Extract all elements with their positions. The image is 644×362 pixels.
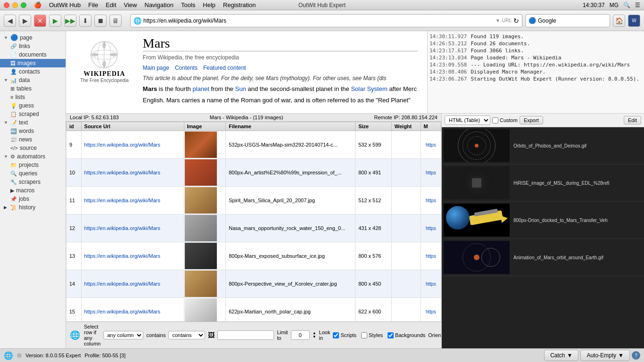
cell-filename: Nasa_mars_opportunity_rock_water_150_eng… <box>226 214 355 242</box>
autoempty-button[interactable]: Auto-Empty ▼ <box>580 350 630 361</box>
url-dropdown-icon[interactable]: ▼ <box>495 18 500 23</box>
menu-help[interactable]: Help <box>203 1 215 8</box>
stop-button[interactable]: ✕ <box>34 15 46 27</box>
sidebar-item-source[interactable]: </> source <box>0 144 66 152</box>
play-all-button[interactable]: ▶▶ <box>64 15 76 27</box>
menu-navigation[interactable]: Navigation <box>145 1 173 8</box>
custom-checkbox-label[interactable]: Custom <box>492 117 518 123</box>
export-button[interactable]: Export <box>520 116 543 124</box>
home-button[interactable]: 🏠 <box>613 15 625 27</box>
back-button[interactable]: ◀ <box>4 15 16 27</box>
menu-file[interactable]: File <box>88 1 98 8</box>
sidebar-item-text[interactable]: ▼ 📝 text <box>0 118 66 127</box>
outwit-button[interactable]: W <box>628 15 640 27</box>
data-table-wrapper[interactable]: id Source Url Image Filename Size Weight… <box>66 122 441 321</box>
menu-icon[interactable]: ☰ <box>635 2 640 8</box>
cell-filename: Spirit_Mars_Silica_April_20_2007.jpg <box>226 187 355 214</box>
refresh-icon[interactable]: ↻ <box>513 17 519 25</box>
sidebar-item-scraped[interactable]: 📋 scraped <box>0 110 66 118</box>
sidebar-item-automators[interactable]: ▼ ⚙ automators <box>0 152 66 161</box>
sidebar-item-contacts[interactable]: 👤 contacts <box>0 67 66 76</box>
sidebar-item-macros[interactable]: ▶ macros <box>0 186 66 195</box>
table-row[interactable]: 9 https://en.wikipedia.org/wiki/Mars 532… <box>66 131 441 159</box>
sidebar-item-images[interactable]: 🖼 images <box>0 59 66 67</box>
cell-source: https://en.wikipedia.org/wiki/Mars <box>81 270 184 298</box>
forward-button[interactable]: ▶ <box>19 15 31 27</box>
filter-controls: Select row if any column any column File… <box>84 324 441 346</box>
traffic-lights[interactable] <box>4 2 26 8</box>
checkbox-styles-label[interactable]: Styles <box>361 332 383 338</box>
limit-input[interactable] <box>291 330 310 340</box>
search-input[interactable] <box>538 17 599 24</box>
menu-registration[interactable]: Registration <box>223 1 256 8</box>
wiki-link-planet[interactable]: planet <box>192 85 209 92</box>
url-input[interactable] <box>143 17 494 24</box>
catch-dropdown-icon[interactable]: ▼ <box>567 352 573 359</box>
wiki-tagline: From Wikipedia, the free encyclopedia <box>143 54 418 61</box>
table-row[interactable]: 11 https://en.wikipedia.org/wiki/Mars Sp… <box>66 187 441 214</box>
download-button[interactable]: ⬇ <box>79 15 91 27</box>
stop-all-button[interactable]: ⏹ <box>94 15 107 27</box>
table-row[interactable]: 10 https://en.wikipedia.org/wiki/Mars 80… <box>66 159 441 187</box>
help-icon[interactable]: ? <box>632 351 640 360</box>
table-row[interactable]: 12 https://en.wikipedia.org/wiki/Mars Na… <box>66 214 441 242</box>
wiki-italic-text: This article is about the planet. For th… <box>143 75 418 82</box>
close-button[interactable] <box>4 2 9 8</box>
maximize-button[interactable] <box>21 2 26 8</box>
sidebar-item-history[interactable]: ▶ 📜 history <box>0 203 66 212</box>
log-time: 14:23:17.617 <box>429 48 467 54</box>
filter-button[interactable]: 🖥 <box>109 15 122 27</box>
wiki-link-contents[interactable]: Contents <box>175 65 198 71</box>
sidebar-item-guess[interactable]: 💡 guess <box>0 101 66 110</box>
filter-condition-select[interactable]: contains starts with ends with equals <box>168 331 205 339</box>
wiki-link-featured[interactable]: Featured content <box>203 65 246 71</box>
limit-stepper[interactable]: ▲▼ <box>313 331 316 339</box>
table-row[interactable]: 14 https://en.wikipedia.org/wiki/Mars 80… <box>66 270 441 298</box>
minimize-button[interactable] <box>12 2 18 8</box>
table-row[interactable]: 13 https://en.wikipedia.org/wiki/Mars 80… <box>66 242 441 270</box>
log-time: 14:30:11.927 <box>429 33 467 40</box>
sidebar-item-jobs[interactable]: 📌 jobs <box>0 195 66 203</box>
checkbox-scripts-label[interactable]: Scripts <box>333 332 356 338</box>
menu-view[interactable]: View <box>124 1 137 8</box>
format-select[interactable]: HTML (Table) CSV JSON XML <box>445 115 490 125</box>
search-icon[interactable]: 🔍 <box>623 2 630 8</box>
sidebar-item-tables[interactable]: ⊞ tables <box>0 84 66 93</box>
menu-apple[interactable]: 🍎 <box>34 1 41 8</box>
preview-images[interactable]: Orbits_of_Phobos_and_Deimos.gif HiRISE_i… <box>442 127 644 348</box>
autoempty-dropdown-icon[interactable]: ▼ <box>618 352 624 359</box>
browser-pane[interactable]: WIKIPEDIA The Free Encyclopedia Mars Fro… <box>66 31 427 113</box>
sidebar-item-lists[interactable]: ≡ lists <box>0 93 66 101</box>
sidebar-item-words[interactable]: 🔤 words <box>0 127 66 135</box>
sidebar-item-projects[interactable]: 📁 projects <box>0 161 66 169</box>
filter-text-input[interactable] <box>217 330 274 340</box>
sidebar-item-news[interactable]: 📰 news <box>0 135 66 144</box>
sidebar-item-data[interactable]: ▼ 📊 data <box>0 76 66 84</box>
wiki-link-solarsystem[interactable]: Solar System <box>351 85 387 92</box>
checkbox-backgrounds-label[interactable]: Backgrounds <box>388 332 425 338</box>
play-button[interactable]: ▶ <box>49 15 61 27</box>
sidebar-item-page[interactable]: ▼ 🔵 page <box>0 33 66 42</box>
edit-button[interactable]: Edit <box>624 116 641 124</box>
table-row[interactable]: 15 https://en.wikipedia.org/wiki/Mars 62… <box>66 298 441 322</box>
checkbox-backgrounds[interactable] <box>388 332 394 338</box>
sidebar-item-queries[interactable]: 🔍 queries <box>0 169 66 178</box>
preview-image-row[interactable]: Animation_of_Mars_orbit_around_Earth.gif <box>442 239 644 276</box>
data-icon: 📊 <box>10 77 17 83</box>
sidebar-item-scrapers[interactable]: 🔧 scrapers <box>0 178 66 186</box>
sidebar-item-documents[interactable]: 📄 documents <box>0 50 66 59</box>
menu-tools[interactable]: Tools <box>181 1 195 8</box>
preview-image-row[interactable]: Orbits_of_Phobos_and_Deimos.gif <box>442 127 644 165</box>
preview-image-row[interactable]: HiRISE_image_of_MSL_during_EDL_%28refi <box>442 165 644 202</box>
checkbox-scripts[interactable] <box>333 332 339 338</box>
preview-image-row[interactable]: 800px-Orion_docked_to_Mars_Transfer_Veh <box>442 202 644 239</box>
checkbox-styles[interactable] <box>361 332 367 338</box>
filter-column-select[interactable]: any column Filename Source Url Size <box>103 331 143 339</box>
catch-button[interactable]: Catch ▼ <box>544 350 578 361</box>
menu-outwit[interactable]: OutWit Hub <box>49 1 81 8</box>
menu-edit[interactable]: Edit <box>106 1 116 8</box>
sidebar-item-links[interactable]: 🔗 links <box>0 42 66 50</box>
wiki-link-mainpage[interactable]: Main page <box>143 65 169 71</box>
wiki-link-sun[interactable]: Sun <box>235 85 246 92</box>
custom-checkbox[interactable] <box>492 117 498 123</box>
